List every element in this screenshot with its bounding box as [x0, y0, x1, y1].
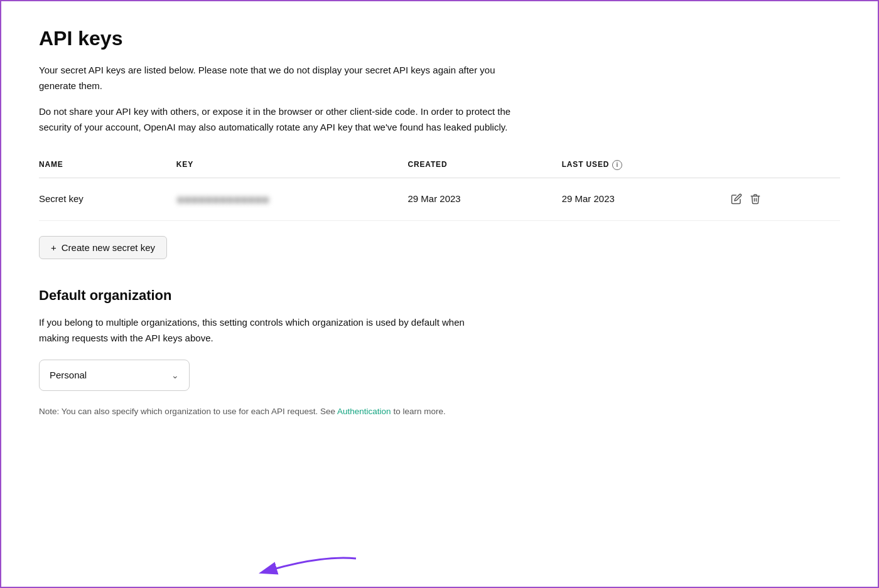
note-text: Note: You can also specify which organiz…: [39, 405, 466, 419]
key-last-used-date: 29 Mar 2023: [562, 193, 615, 204]
arrow-annotation: [259, 552, 359, 584]
create-button-label: Create new secret key: [62, 242, 155, 253]
key-actions-cell: [731, 178, 840, 220]
selected-org-label: Personal: [50, 368, 87, 383]
table-header-row: NAME KEY CREATED LAST USED i: [39, 152, 840, 178]
api-keys-table: NAME KEY CREATED LAST USED i Secret ke: [39, 152, 840, 220]
organization-select[interactable]: Personal ⌄: [39, 360, 190, 391]
page-title: API keys: [39, 26, 840, 50]
col-header-key: KEY: [176, 152, 408, 178]
col-header-name: NAME: [39, 152, 176, 178]
key-value-cell: ●●●●●●●●●●●●●: [176, 178, 408, 220]
col-header-last-used: LAST USED i: [562, 152, 731, 178]
authentication-link[interactable]: Authentication: [337, 407, 391, 416]
description-text-2: Do not share your API key with others, o…: [39, 104, 529, 136]
col-header-actions: [731, 152, 840, 178]
create-button-wrapper: + Create new secret key: [39, 233, 167, 259]
plus-icon: +: [51, 242, 57, 253]
delete-key-icon[interactable]: [750, 193, 761, 205]
description-block: Your secret API keys are listed below. P…: [39, 63, 529, 135]
default-org-description: If you belong to multiple organizations,…: [39, 315, 466, 346]
key-name-label: Secret key: [39, 193, 84, 204]
key-created-cell: 29 Mar 2023: [407, 178, 561, 220]
col-header-created: CREATED: [407, 152, 561, 178]
edit-key-icon[interactable]: [731, 193, 742, 205]
key-blurred: ●●●●●●●●●●●●●: [176, 188, 383, 210]
chevron-down-icon: ⌄: [171, 368, 179, 382]
last-used-info-icon: i: [612, 160, 622, 170]
key-created-date: 29 Mar 2023: [407, 193, 460, 204]
default-org-section: Default organization If you belong to mu…: [39, 284, 840, 419]
action-icons: [731, 193, 815, 205]
key-name-cell: Secret key: [39, 178, 176, 220]
note-suffix: to learn more.: [391, 407, 446, 416]
note-prefix: Note: You can also specify which organiz…: [39, 407, 337, 416]
page-wrapper: API keys Your secret API keys are listed…: [0, 0, 879, 588]
description-text-1: Your secret API keys are listed below. P…: [39, 63, 529, 94]
default-org-title: Default organization: [39, 284, 840, 306]
create-new-secret-key-button[interactable]: + Create new secret key: [39, 236, 167, 259]
key-last-used-cell: 29 Mar 2023: [562, 178, 731, 220]
table-row: Secret key ●●●●●●●●●●●●● 29 Mar 2023 29 …: [39, 178, 840, 220]
table-section: NAME KEY CREATED LAST USED i Secret ke: [39, 152, 840, 259]
